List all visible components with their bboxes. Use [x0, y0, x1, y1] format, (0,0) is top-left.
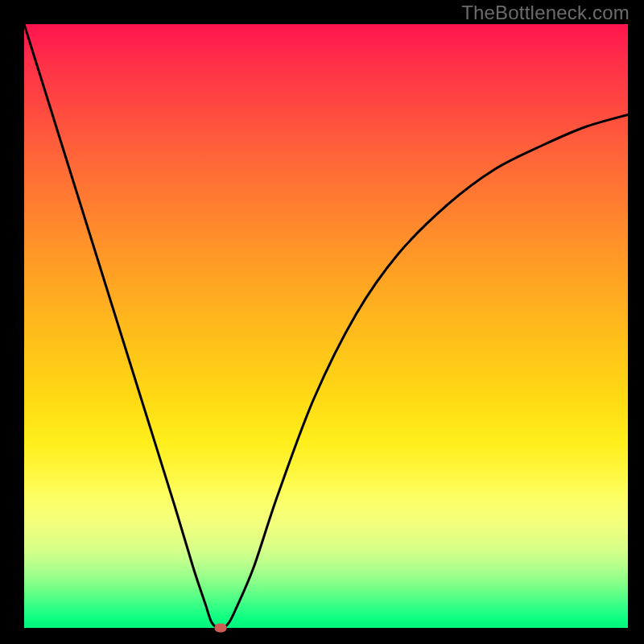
watermark-text: TheBottleneck.com: [461, 2, 630, 24]
bottleneck-curve-path: [24, 24, 628, 628]
optimal-point-marker: [214, 624, 226, 633]
plot-area: [24, 24, 628, 628]
chart-frame: TheBottleneck.com: [0, 0, 644, 644]
curve-svg: [24, 24, 628, 628]
